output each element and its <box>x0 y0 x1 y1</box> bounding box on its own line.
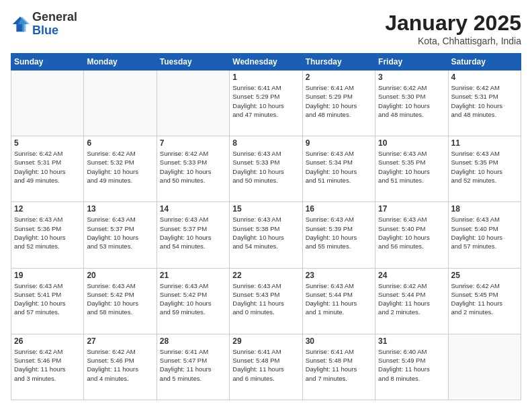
day-info: Sunrise: 6:41 AM Sunset: 5:47 PM Dayligh… <box>160 347 226 383</box>
day-info: Sunrise: 6:43 AM Sunset: 5:42 PM Dayligh… <box>160 281 226 317</box>
day-info: Sunrise: 6:41 AM Sunset: 5:29 PM Dayligh… <box>232 83 299 119</box>
calendar-cell: 23Sunrise: 6:43 AM Sunset: 5:44 PM Dayli… <box>302 268 375 334</box>
day-info: Sunrise: 6:43 AM Sunset: 5:35 PM Dayligh… <box>378 149 445 185</box>
day-info: Sunrise: 6:43 AM Sunset: 5:41 PM Dayligh… <box>14 281 81 317</box>
calendar-cell: 21Sunrise: 6:43 AM Sunset: 5:42 PM Dayli… <box>157 268 229 334</box>
day-number: 19 <box>14 271 81 280</box>
day-info: Sunrise: 6:43 AM Sunset: 5:40 PM Dayligh… <box>451 215 518 250</box>
calendar-cell: 31Sunrise: 6:40 AM Sunset: 5:49 PM Dayli… <box>375 334 448 400</box>
week-row-3: 19Sunrise: 6:43 AM Sunset: 5:41 PM Dayli… <box>11 268 521 334</box>
day-info: Sunrise: 6:42 AM Sunset: 5:46 PM Dayligh… <box>87 347 153 383</box>
calendar-cell <box>84 71 157 136</box>
calendar-cell: 25Sunrise: 6:42 AM Sunset: 5:45 PM Dayli… <box>448 268 521 334</box>
calendar-cell: 11Sunrise: 6:43 AM Sunset: 5:35 PM Dayli… <box>448 136 521 202</box>
day-number: 23 <box>306 271 372 280</box>
day-number: 29 <box>232 336 299 346</box>
day-info: Sunrise: 6:43 AM Sunset: 5:40 PM Dayligh… <box>378 215 445 250</box>
day-info: Sunrise: 6:43 AM Sunset: 5:38 PM Dayligh… <box>232 215 299 250</box>
day-info: Sunrise: 6:41 AM Sunset: 5:48 PM Dayligh… <box>306 347 372 383</box>
calendar-cell: 19Sunrise: 6:43 AM Sunset: 5:41 PM Dayli… <box>11 268 84 334</box>
day-number: 5 <box>14 138 81 148</box>
calendar-cell: 5Sunrise: 6:42 AM Sunset: 5:31 PM Daylig… <box>11 136 84 202</box>
day-info: Sunrise: 6:40 AM Sunset: 5:49 PM Dayligh… <box>378 347 445 383</box>
calendar-cell: 17Sunrise: 6:43 AM Sunset: 5:40 PM Dayli… <box>375 202 448 268</box>
day-info: Sunrise: 6:43 AM Sunset: 5:36 PM Dayligh… <box>14 215 81 250</box>
day-number: 7 <box>160 138 226 148</box>
calendar-cell: 18Sunrise: 6:43 AM Sunset: 5:40 PM Dayli… <box>448 202 521 268</box>
day-info: Sunrise: 6:41 AM Sunset: 5:29 PM Dayligh… <box>306 83 372 119</box>
day-number: 14 <box>160 204 226 214</box>
calendar-cell: 16Sunrise: 6:43 AM Sunset: 5:39 PM Dayli… <box>302 202 375 268</box>
month-title: January 2025 <box>385 11 521 36</box>
day-header-saturday: Saturday <box>448 54 521 71</box>
calendar-cell: 22Sunrise: 6:43 AM Sunset: 5:43 PM Dayli… <box>230 268 302 334</box>
day-info: Sunrise: 6:41 AM Sunset: 5:48 PM Dayligh… <box>232 347 299 383</box>
calendar-cell: 24Sunrise: 6:42 AM Sunset: 5:44 PM Dayli… <box>375 268 448 334</box>
day-info: Sunrise: 6:42 AM Sunset: 5:33 PM Dayligh… <box>160 149 226 185</box>
calendar-cell: 28Sunrise: 6:41 AM Sunset: 5:47 PM Dayli… <box>157 334 229 400</box>
day-number: 30 <box>306 336 372 346</box>
day-info: Sunrise: 6:43 AM Sunset: 5:33 PM Dayligh… <box>232 149 299 185</box>
calendar-cell: 3Sunrise: 6:42 AM Sunset: 5:30 PM Daylig… <box>375 71 448 136</box>
day-number: 27 <box>87 336 153 346</box>
day-header-sunday: Sunday <box>11 54 84 71</box>
day-info: Sunrise: 6:43 AM Sunset: 5:39 PM Dayligh… <box>306 215 372 250</box>
calendar-header-row: SundayMondayTuesdayWednesdayThursdayFrid… <box>11 54 521 71</box>
calendar-cell: 1Sunrise: 6:41 AM Sunset: 5:29 PM Daylig… <box>230 71 302 136</box>
logo-text: General Blue <box>32 11 77 38</box>
day-number: 2 <box>306 73 372 82</box>
day-info: Sunrise: 6:42 AM Sunset: 5:31 PM Dayligh… <box>451 83 518 119</box>
logo: General Blue <box>11 11 77 38</box>
day-info: Sunrise: 6:42 AM Sunset: 5:44 PM Dayligh… <box>378 281 445 317</box>
day-header-thursday: Thursday <box>302 54 375 71</box>
calendar: SundayMondayTuesdayWednesdayThursdayFrid… <box>11 53 521 400</box>
day-info: Sunrise: 6:42 AM Sunset: 5:46 PM Dayligh… <box>14 347 81 383</box>
day-info: Sunrise: 6:42 AM Sunset: 5:32 PM Dayligh… <box>87 149 153 185</box>
day-number: 8 <box>232 138 299 148</box>
day-number: 9 <box>306 138 372 148</box>
day-number: 25 <box>451 271 518 280</box>
day-number: 24 <box>378 271 445 280</box>
day-number: 31 <box>378 336 445 346</box>
calendar-cell: 13Sunrise: 6:43 AM Sunset: 5:37 PM Dayli… <box>84 202 157 268</box>
day-header-tuesday: Tuesday <box>157 54 229 71</box>
calendar-cell: 30Sunrise: 6:41 AM Sunset: 5:48 PM Dayli… <box>302 334 375 400</box>
header: General Blue January 2025 Kota, Chhattis… <box>11 11 521 46</box>
calendar-cell: 4Sunrise: 6:42 AM Sunset: 5:31 PM Daylig… <box>448 71 521 136</box>
day-number: 6 <box>87 138 153 148</box>
day-number: 20 <box>87 271 153 280</box>
title-block: January 2025 Kota, Chhattisgarh, India <box>385 11 521 46</box>
week-row-1: 5Sunrise: 6:42 AM Sunset: 5:31 PM Daylig… <box>11 136 521 202</box>
calendar-cell: 12Sunrise: 6:43 AM Sunset: 5:36 PM Dayli… <box>11 202 84 268</box>
calendar-cell: 10Sunrise: 6:43 AM Sunset: 5:35 PM Dayli… <box>375 136 448 202</box>
day-number: 11 <box>451 138 518 148</box>
week-row-0: 1Sunrise: 6:41 AM Sunset: 5:29 PM Daylig… <box>11 71 521 136</box>
calendar-cell: 15Sunrise: 6:43 AM Sunset: 5:38 PM Dayli… <box>230 202 302 268</box>
week-row-2: 12Sunrise: 6:43 AM Sunset: 5:36 PM Dayli… <box>11 202 521 268</box>
day-header-friday: Friday <box>375 54 448 71</box>
day-info: Sunrise: 6:43 AM Sunset: 5:37 PM Dayligh… <box>87 215 153 250</box>
logo-icon <box>11 15 30 34</box>
calendar-cell <box>157 71 229 136</box>
location: Kota, Chhattisgarh, India <box>385 36 521 46</box>
calendar-cell: 14Sunrise: 6:43 AM Sunset: 5:37 PM Dayli… <box>157 202 229 268</box>
week-row-4: 26Sunrise: 6:42 AM Sunset: 5:46 PM Dayli… <box>11 334 521 400</box>
day-info: Sunrise: 6:42 AM Sunset: 5:45 PM Dayligh… <box>451 281 518 317</box>
calendar-cell: 26Sunrise: 6:42 AM Sunset: 5:46 PM Dayli… <box>11 334 84 400</box>
day-number: 12 <box>14 204 81 214</box>
day-number: 21 <box>160 271 226 280</box>
day-number: 16 <box>306 204 372 214</box>
day-info: Sunrise: 6:43 AM Sunset: 5:44 PM Dayligh… <box>306 281 372 317</box>
day-info: Sunrise: 6:43 AM Sunset: 5:35 PM Dayligh… <box>451 149 518 185</box>
calendar-cell: 8Sunrise: 6:43 AM Sunset: 5:33 PM Daylig… <box>230 136 302 202</box>
calendar-cell: 29Sunrise: 6:41 AM Sunset: 5:48 PM Dayli… <box>230 334 302 400</box>
calendar-cell: 7Sunrise: 6:42 AM Sunset: 5:33 PM Daylig… <box>157 136 229 202</box>
day-info: Sunrise: 6:43 AM Sunset: 5:43 PM Dayligh… <box>232 281 299 317</box>
day-info: Sunrise: 6:43 AM Sunset: 5:34 PM Dayligh… <box>306 149 372 185</box>
day-number: 15 <box>232 204 299 214</box>
day-header-wednesday: Wednesday <box>230 54 302 71</box>
day-number: 1 <box>232 73 299 82</box>
calendar-cell: 6Sunrise: 6:42 AM Sunset: 5:32 PM Daylig… <box>84 136 157 202</box>
day-number: 4 <box>451 73 518 82</box>
calendar-cell: 27Sunrise: 6:42 AM Sunset: 5:46 PM Dayli… <box>84 334 157 400</box>
